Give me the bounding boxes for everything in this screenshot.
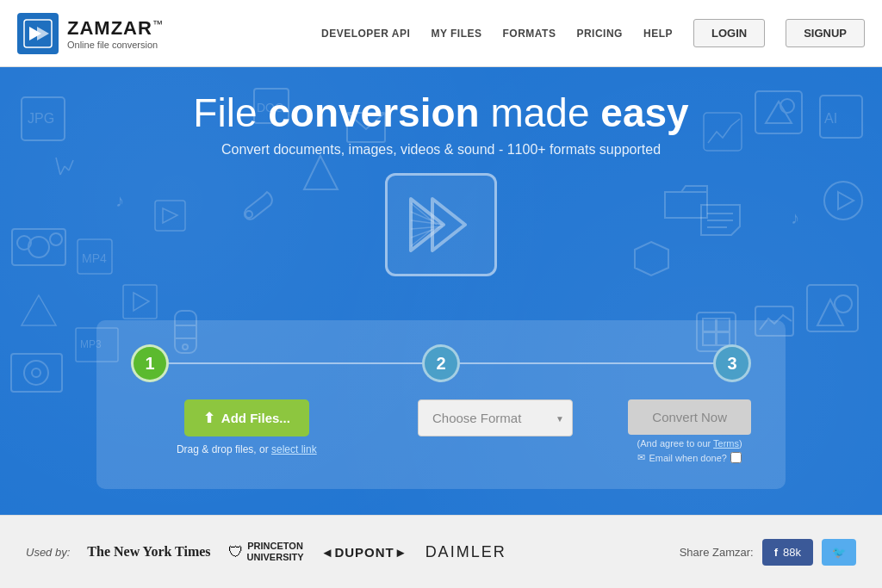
step-3-area: Convert Now (And agree to our Terms) ✉ E…: [628, 399, 751, 463]
step-2-area: Choose Format MP3 MP4 JPG PNG PDF DOC: [380, 399, 612, 436]
used-by-label: Used by:: [26, 546, 70, 559]
step-1-area: ⬆ Add Files... Drag & drop files, or sel…: [131, 399, 363, 455]
drag-drop-text: Drag & drop files, or select link: [177, 443, 317, 455]
brand-nyt: The New York Times: [87, 544, 210, 560]
share-area: Share Zamzar: f 88k 🐦: [680, 539, 856, 566]
nav-help[interactable]: HELP: [643, 28, 673, 40]
hero-subtitle: Convert documents, images, videos & soun…: [0, 142, 882, 158]
nav-pricing[interactable]: PRICING: [576, 28, 623, 40]
choose-format-select[interactable]: Choose Format MP3 MP4 JPG PNG PDF DOC: [418, 399, 573, 436]
zamzar-logo-icon: [17, 13, 59, 54]
brand-princeton: 🛡 PRINCETONUNIVERSITY: [228, 541, 304, 563]
main-nav: DEVELOPER API MY FILES FORMATS PRICING H…: [321, 19, 865, 47]
hero-content: File conversion made easy Convert docume…: [0, 67, 882, 276]
facebook-share-button[interactable]: f 88k: [762, 539, 813, 566]
hero-title: File conversion made easy: [0, 91, 882, 135]
shield-icon: 🛡: [228, 543, 244, 561]
share-label: Share Zamzar:: [680, 546, 754, 559]
nav-my-files[interactable]: MY FILES: [431, 28, 481, 40]
choose-format-wrapper: Choose Format MP3 MP4 JPG PNG PDF DOC: [418, 399, 573, 436]
login-button[interactable]: LOGIN: [693, 19, 765, 47]
email-icon: ✉: [637, 452, 645, 463]
svg-marker-58: [432, 199, 465, 251]
nav-formats[interactable]: FORMATS: [503, 28, 556, 40]
step-3-circle: 3: [713, 344, 751, 382]
facebook-icon: f: [774, 546, 778, 559]
upload-icon: ⬆: [203, 410, 214, 426]
brand-dupont: ◄DUPONT►: [321, 545, 408, 560]
header: ZAMZAR™ Online file conversion DEVELOPER…: [0, 0, 882, 67]
steps-container: 1 2 3 ⬆ Add Files... Drag & drop files, …: [96, 320, 786, 489]
nav-developer-api[interactable]: DEVELOPER API: [321, 28, 410, 40]
logo-area: ZAMZAR™ Online file conversion: [17, 13, 164, 54]
logo-name: ZAMZAR™: [67, 17, 164, 40]
steps-controls: ⬆ Add Files... Drag & drop files, or sel…: [131, 399, 751, 463]
email-checkbox[interactable]: [730, 452, 742, 463]
convert-now-button[interactable]: Convert Now: [628, 399, 751, 435]
footer: Used by: The New York Times 🛡 PRINCETONU…: [0, 515, 882, 588]
signup-button[interactable]: SIGNUP: [786, 19, 865, 47]
step-2-circle: 2: [422, 344, 460, 382]
hero-center-logo: [385, 173, 497, 276]
twitter-share-button[interactable]: 🐦: [822, 539, 856, 566]
logo-tagline: Online file conversion: [67, 40, 164, 50]
add-files-button[interactable]: ⬆ Add Files...: [184, 399, 309, 436]
used-by-section: Used by: The New York Times 🛡 PRINCETONU…: [26, 541, 506, 563]
select-link[interactable]: select link: [271, 443, 317, 455]
twitter-icon: 🐦: [832, 546, 846, 559]
brand-daimler: DAIMLER: [425, 543, 506, 561]
facebook-count: 88k: [783, 546, 801, 559]
logo-text: ZAMZAR™ Online file conversion: [67, 17, 164, 50]
steps-track: 1 2 3: [131, 344, 751, 382]
step-1-circle: 1: [131, 344, 169, 382]
email-when-done: ✉ Email when done?: [637, 452, 742, 463]
terms-link[interactable]: Terms: [713, 438, 739, 449]
terms-text: (And agree to our Terms): [637, 438, 742, 449]
hero-section: JPG MP3: [0, 67, 882, 515]
